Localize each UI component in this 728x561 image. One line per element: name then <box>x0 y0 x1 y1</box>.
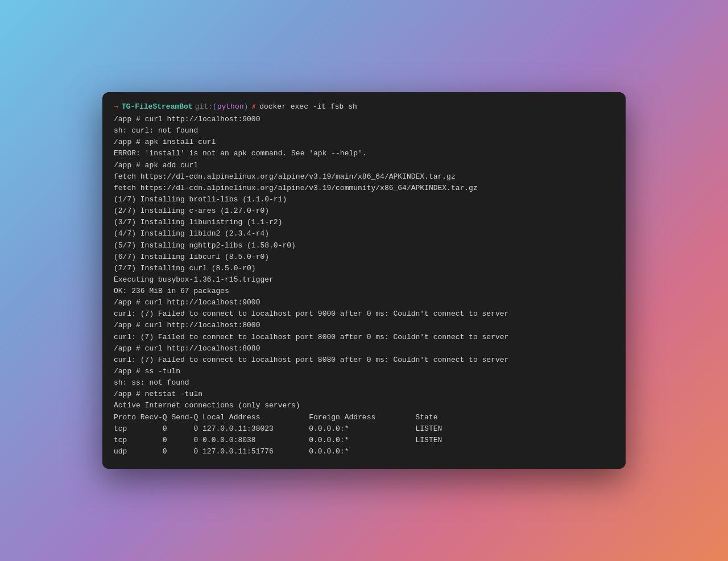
output-line-17: curl: (7) Failed to connect to localhost… <box>114 308 614 320</box>
output-line-20: /app # curl http://localhost:8080 <box>114 343 614 354</box>
output-line-23: sh: ss: not found <box>114 377 614 389</box>
output-line-8: (2/7) Installing c-ares (1.27.0-r0) <box>114 205 614 217</box>
prompt-line: → TG-FileStreamBot git: ( python ) ✗ doc… <box>114 101 614 113</box>
git-branch: python <box>217 101 244 113</box>
output-line-5: fetch https://dl-cdn.alpinelinux.org/alp… <box>114 171 614 183</box>
output-line-0: /app # curl http://localhost:9000 <box>114 114 614 125</box>
output-line-19: curl: (7) Failed to connect to localhost… <box>114 332 614 343</box>
prompt-dir: TG-FileStreamBot <box>122 101 193 113</box>
terminal-body: → TG-FileStreamBot git: ( python ) ✗ doc… <box>102 92 626 469</box>
output-line-27: tcp 0 0 127.0.0.11:38023 0.0.0.0:* LISTE… <box>114 423 614 435</box>
output-line-3: ERROR: 'install' is not an apk command. … <box>114 148 614 159</box>
output-line-22: /app # ss -tuln <box>114 366 614 377</box>
output-line-24: /app # netstat -tuln <box>114 389 614 400</box>
output-line-21: curl: (7) Failed to connect to localhost… <box>114 354 614 366</box>
output-line-29: udp 0 0 127.0.0.11:51776 0.0.0.0:* <box>114 446 614 457</box>
output-line-9: (3/7) Installing libunistring (1.1-r2) <box>114 217 614 228</box>
output-line-13: (7/7) Installing curl (8.5.0-r0) <box>114 263 614 274</box>
output-line-11: (5/7) Installing nghttp2-libs (1.58.0-r0… <box>114 240 614 251</box>
output-line-26: Proto Recv-Q Send-Q Local Address Foreig… <box>114 412 614 423</box>
output-line-15: OK: 236 MiB in 67 packages <box>114 286 614 297</box>
output-line-2: /app # apk install curl <box>114 137 614 148</box>
output-line-10: (4/7) Installing libidn2 (2.3.4-r4) <box>114 228 614 240</box>
prompt-cross: ✗ <box>251 101 256 113</box>
output-line-18: /app # curl http://localhost:8000 <box>114 320 614 331</box>
output-line-12: (6/7) Installing libcurl (8.5.0-r0) <box>114 251 614 263</box>
output-line-1: sh: curl: not found <box>114 125 614 137</box>
terminal-window: → TG-FileStreamBot git: ( python ) ✗ doc… <box>102 92 626 469</box>
git-prefix: git: <box>195 101 213 113</box>
output-line-14: Executing busybox-1.36.1-r15.trigger <box>114 274 614 286</box>
output-line-7: (1/7) Installing brotli-libs (1.1.0-r1) <box>114 194 614 205</box>
output-line-25: Active Internet connections (only server… <box>114 400 614 411</box>
prompt-command: docker exec -it fsb sh <box>259 101 357 113</box>
git-paren-close: ) <box>243 101 248 113</box>
output-line-4: /app # apk add curl <box>114 160 614 171</box>
output-line-6: fetch https://dl-cdn.alpinelinux.org/alp… <box>114 183 614 194</box>
output-line-16: /app # curl http://localhost:9000 <box>114 297 614 308</box>
git-paren-open: ( <box>213 101 217 113</box>
output-line-28: tcp 0 0 0.0.0.0:8038 0.0.0.0:* LISTEN <box>114 435 614 446</box>
prompt-arrow: → <box>114 101 118 113</box>
